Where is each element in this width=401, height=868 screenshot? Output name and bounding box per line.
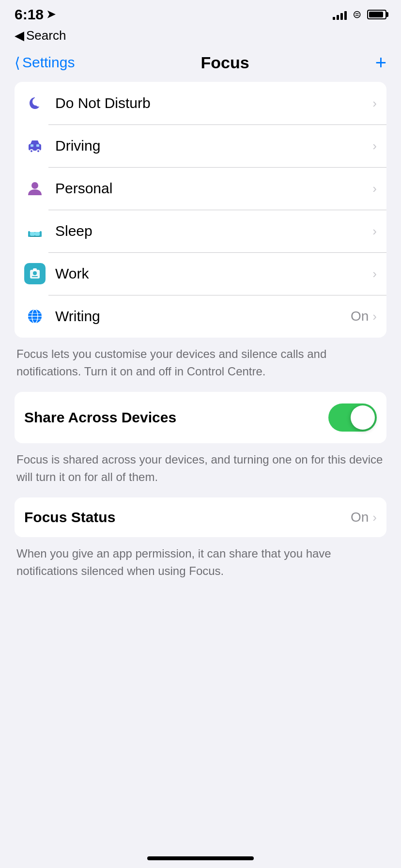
nav-back-chevron-icon: ⟨ — [15, 54, 20, 71]
status-bar: 6:18 ➤ ⊜ — [0, 0, 401, 26]
sleep-icon — [24, 220, 46, 242]
moon-svg — [26, 94, 44, 112]
driving-chevron-icon: › — [372, 139, 377, 154]
work-item[interactable]: Work › — [15, 252, 386, 295]
svg-point-4 — [37, 150, 39, 152]
sleep-item[interactable]: Sleep › — [15, 210, 386, 252]
svg-rect-6 — [36, 144, 39, 147]
driving-label: Driving — [55, 138, 372, 154]
svg-rect-12 — [30, 232, 35, 236]
svg-rect-10 — [28, 231, 30, 237]
battery-fill — [369, 12, 383, 17]
writing-item[interactable]: Writing On › — [15, 295, 386, 338]
personal-chevron-icon: › — [372, 181, 377, 196]
battery-icon — [367, 10, 386, 19]
svg-point-16 — [33, 271, 37, 275]
page-title: Focus — [200, 53, 249, 72]
work-chevron-icon: › — [372, 266, 377, 281]
person-svg — [26, 180, 44, 197]
car-svg — [26, 137, 44, 155]
sleep-label: Sleep — [55, 223, 372, 239]
sleep-chevron-icon: › — [372, 224, 377, 239]
svg-rect-15 — [33, 268, 37, 271]
home-indicator — [147, 856, 254, 860]
personal-item[interactable]: Personal › — [15, 167, 386, 210]
focus-status-label: Focus Status — [24, 509, 115, 526]
signal-bars — [333, 9, 347, 20]
search-back-button[interactable]: ◀ Search — [15, 28, 386, 43]
focus-description: Focus lets you customise your devices an… — [15, 345, 386, 380]
svg-point-3 — [31, 150, 32, 152]
wifi-icon: ⊜ — [353, 8, 361, 21]
writing-label: Writing — [55, 308, 351, 325]
toggle-knob — [351, 405, 375, 430]
focus-status-description: When you give an app permission, it can … — [15, 545, 386, 580]
status-time: 6:18 ➤ — [15, 6, 55, 23]
signal-bar-4 — [344, 11, 347, 20]
back-chevron-icon: ◀ — [15, 28, 24, 43]
settings-back-button[interactable]: ⟨ Settings — [15, 54, 75, 71]
nav-back-label: Settings — [22, 54, 75, 71]
search-back-label: Search — [26, 28, 66, 43]
location-icon: ➤ — [46, 8, 55, 21]
focus-status-card[interactable]: Focus Status On › — [15, 497, 386, 537]
focus-status-value: On — [351, 510, 369, 525]
writing-chevron-icon: › — [372, 309, 377, 324]
svg-rect-17 — [32, 276, 38, 277]
personal-label: Personal — [55, 180, 372, 197]
signal-bar-2 — [337, 15, 339, 20]
writing-icon — [24, 306, 46, 327]
nav-header: ⟨ Settings Focus + — [0, 48, 401, 82]
do-not-disturb-chevron-icon: › — [372, 96, 377, 111]
moon-icon — [24, 93, 46, 114]
search-back-bar[interactable]: ◀ Search — [0, 26, 401, 48]
focus-list-card: Do Not Disturb › Driving › — [15, 82, 386, 338]
sleep-svg — [26, 222, 44, 240]
share-across-devices-card: Share Across Devices — [15, 392, 386, 443]
writing-svg — [26, 308, 44, 325]
signal-bar-3 — [340, 13, 343, 20]
do-not-disturb-item[interactable]: Do Not Disturb › — [15, 82, 386, 124]
add-focus-button[interactable]: + — [375, 53, 386, 72]
svg-point-7 — [31, 182, 38, 189]
share-description: Focus is shared across your devices, and… — [15, 451, 386, 486]
signal-bar-1 — [333, 17, 335, 20]
status-icons: ⊜ — [333, 8, 386, 21]
work-svg — [28, 267, 42, 280]
svg-rect-5 — [31, 144, 33, 147]
driving-item[interactable]: Driving › — [15, 124, 386, 167]
share-across-devices-label: Share Across Devices — [24, 409, 176, 426]
car-icon — [24, 135, 46, 156]
work-label: Work — [55, 265, 372, 282]
writing-status: On — [351, 309, 369, 324]
time-display: 6:18 — [15, 6, 44, 23]
main-content: Do Not Disturb › Driving › — [0, 82, 401, 580]
do-not-disturb-label: Do Not Disturb — [55, 95, 372, 111]
focus-status-chevron-icon: › — [372, 510, 377, 525]
person-icon — [24, 178, 46, 199]
work-icon — [24, 263, 46, 284]
share-across-devices-toggle[interactable] — [328, 403, 377, 432]
svg-rect-13 — [35, 232, 40, 236]
focus-status-value-group: On › — [351, 510, 377, 525]
svg-rect-11 — [40, 231, 42, 237]
